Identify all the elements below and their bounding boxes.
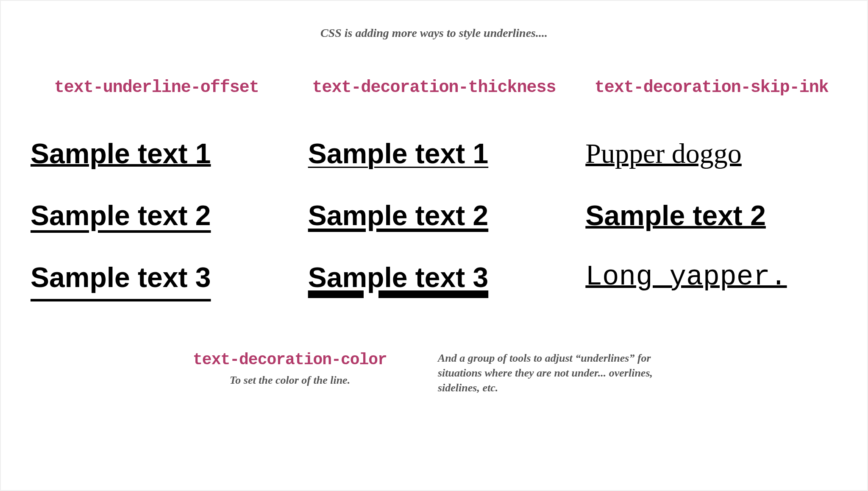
columns-container: text-underline-offset Sample text 1 Samp…: [31, 78, 837, 325]
thickness-sample-3: Sample text 3: [308, 263, 560, 291]
offset-sample-1: Sample text 1: [31, 139, 283, 167]
skip-sample-3: Long yapper.: [585, 263, 837, 291]
offset-sample-3: Sample text 3: [31, 263, 283, 291]
column-thickness: text-decoration-thickness Sample text 1 …: [308, 78, 560, 325]
thickness-sample-2: Sample text 2: [308, 201, 560, 229]
thickness-sample-1: Sample text 1: [308, 139, 560, 167]
footer-container: text-decoration-color To set the color o…: [31, 351, 837, 395]
intro-text: CSS is adding more ways to style underli…: [31, 26, 837, 40]
heading-offset: text-underline-offset: [31, 78, 283, 97]
skip-sample-1: Pupper doggo: [585, 139, 837, 167]
heading-skip-ink: text-decoration-skip-ink: [585, 78, 837, 97]
heading-thickness: text-decoration-thickness: [308, 78, 560, 97]
skip-sample-2: Sample text 2: [585, 201, 837, 229]
footer-sub-color: To set the color of the line.: [193, 374, 387, 387]
column-offset: text-underline-offset Sample text 1 Samp…: [31, 78, 283, 325]
offset-sample-2: Sample text 2: [31, 201, 283, 229]
footer-left: text-decoration-color To set the color o…: [193, 351, 387, 395]
footer-right-text: And a group of tools to adjust “underlin…: [438, 351, 675, 395]
footer-heading-color: text-decoration-color: [193, 351, 387, 369]
column-skip-ink: text-decoration-skip-ink Pupper doggo Sa…: [585, 78, 837, 325]
